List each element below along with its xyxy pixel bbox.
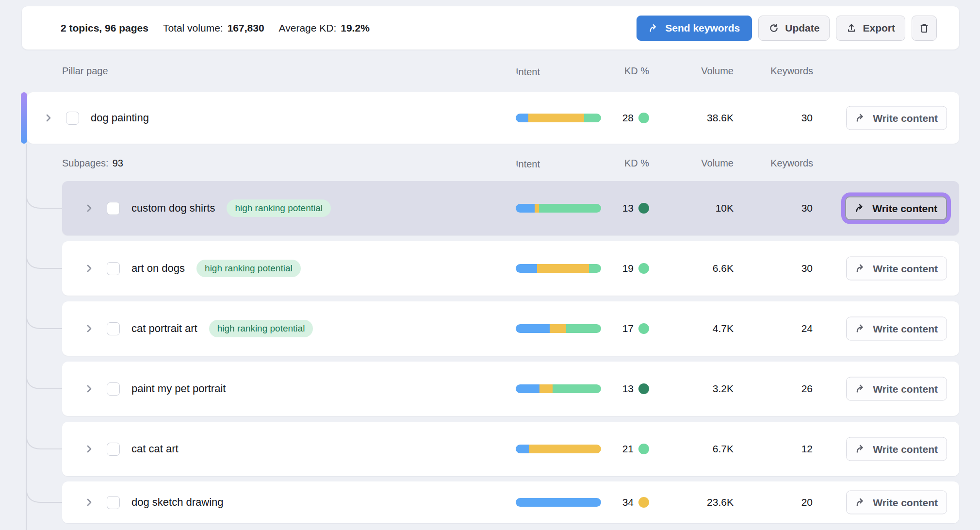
send-keywords-label: Send keywords <box>665 22 740 34</box>
kd-cell: 21 <box>622 443 649 455</box>
subpage-row[interactable]: cat cat art216.7K12Write content <box>62 422 959 476</box>
page-title: custom dog shirts <box>131 202 215 215</box>
kd-difficulty-dot <box>638 263 649 274</box>
average-kd-stat: Average KD: 19.2% <box>279 22 370 34</box>
subpage-row[interactable]: custom dog shirtshigh ranking potential1… <box>62 181 959 235</box>
write-content-highlight-ring: Write content <box>841 193 951 224</box>
write-content-wrap: Write content <box>846 491 947 514</box>
expand-chevron-icon[interactable] <box>43 112 54 124</box>
write-content-button[interactable]: Write content <box>846 377 947 401</box>
write-content-label: Write content <box>873 383 938 395</box>
row-left-group: dog sketch drawing <box>83 481 224 523</box>
write-content-label: Write content <box>873 263 938 274</box>
write-content-wrap: Write content <box>846 377 947 401</box>
write-content-label: Write content <box>873 323 938 334</box>
keywords-value: 20 <box>801 497 813 508</box>
subpage-row[interactable]: dog sketch drawing3423.6K20Write content <box>62 481 959 523</box>
row-left-group: paint my pet portrait <box>83 362 226 416</box>
write-content-button[interactable]: Write content <box>845 197 947 220</box>
column-intent: Intent <box>516 66 601 75</box>
row-checkbox[interactable] <box>107 443 120 456</box>
row-checkbox[interactable] <box>107 496 120 509</box>
keywords-value: 30 <box>801 112 813 124</box>
redo-arrow-icon <box>855 497 866 508</box>
high-ranking-potential-badge: high ranking potential <box>209 320 313 337</box>
column-kd: KD % <box>624 66 649 77</box>
column-keywords: Keywords <box>770 66 813 77</box>
pillar-page-row[interactable]: dog painting2838.6K30Write content <box>27 92 959 144</box>
kd-cell: 13 <box>622 202 649 214</box>
column-volume: Volume <box>701 158 734 169</box>
row-checkbox[interactable] <box>107 322 120 335</box>
write-content-wrap: Write content <box>846 317 947 341</box>
high-ranking-potential-badge: high ranking potential <box>196 260 301 277</box>
keywords-value: 26 <box>801 383 813 395</box>
intent-segment-blue <box>516 264 537 273</box>
write-content-button[interactable]: Write content <box>846 437 947 461</box>
refresh-icon <box>768 23 779 33</box>
intent-segment-blue <box>516 498 601 507</box>
intent-bar <box>516 384 601 393</box>
intent-bar <box>516 445 601 453</box>
write-content-button[interactable]: Write content <box>846 106 947 130</box>
page-title: paint my pet portrait <box>131 382 226 395</box>
row-checkbox[interactable] <box>107 202 120 215</box>
column-keywords: Keywords <box>770 158 813 169</box>
intent-segment-green <box>553 384 601 393</box>
subpage-row[interactable]: paint my pet portrait133.2K26Write conte… <box>62 362 959 416</box>
page-title: cat portrait art <box>131 322 197 335</box>
write-content-label: Write content <box>873 443 938 455</box>
column-kd: KD % <box>624 158 649 169</box>
export-button[interactable]: Export <box>836 16 905 41</box>
write-content-wrap: Write content <box>846 106 947 130</box>
expand-chevron-icon[interactable] <box>83 443 95 455</box>
kd-difficulty-dot <box>638 497 649 508</box>
expand-chevron-icon[interactable] <box>83 383 95 395</box>
write-content-button[interactable]: Write content <box>846 317 947 341</box>
kd-cell: 17 <box>622 323 649 334</box>
expand-chevron-icon[interactable] <box>83 263 95 274</box>
delete-button[interactable] <box>912 16 937 41</box>
keywords-value: 30 <box>801 202 813 214</box>
pillar-accent-bar <box>21 92 27 144</box>
redo-arrow-icon <box>855 113 866 124</box>
expand-chevron-icon[interactable] <box>83 497 95 508</box>
intent-segment-green <box>539 204 601 213</box>
toolbar-actions: Send keywords Update Export <box>637 16 937 41</box>
redo-arrow-icon <box>649 23 659 33</box>
page-title: art on dogs <box>131 262 185 275</box>
row-left-group: cat portrait arthigh ranking potential <box>83 301 313 356</box>
redo-arrow-icon <box>855 323 866 334</box>
intent-bar <box>516 264 601 273</box>
expand-chevron-icon[interactable] <box>83 323 95 334</box>
column-intent: Intent <box>516 159 601 167</box>
row-checkbox[interactable] <box>107 382 120 396</box>
subpage-row[interactable]: cat portrait arthigh ranking potential17… <box>62 301 959 356</box>
volume-value: 10K <box>716 202 734 214</box>
column-pillar-page: Pillar page <box>62 66 108 77</box>
intent-segment-green <box>589 264 601 273</box>
keyword-strategy-builder-page: 2 topics, 96 pages Total volume: 167,830… <box>0 0 980 530</box>
summary-toolbar: 2 topics, 96 pages Total volume: 167,830… <box>22 6 959 50</box>
total-volume-stat: Total volume: 167,830 <box>163 22 264 34</box>
row-checkbox[interactable] <box>66 112 79 125</box>
subpages-count: Subpages: 93 <box>62 158 123 169</box>
write-content-label: Write content <box>873 497 938 508</box>
send-keywords-button[interactable]: Send keywords <box>637 16 752 41</box>
intent-segment-blue <box>516 324 550 333</box>
write-content-button[interactable]: Write content <box>846 257 947 281</box>
upload-icon <box>846 23 857 33</box>
intent-bar <box>516 324 601 333</box>
update-button[interactable]: Update <box>758 16 830 41</box>
subpage-row[interactable]: art on dogshigh ranking potential196.6K3… <box>62 241 959 296</box>
kd-difficulty-dot <box>638 113 649 123</box>
row-checkbox[interactable] <box>107 262 120 275</box>
expand-chevron-icon[interactable] <box>83 202 95 214</box>
write-content-button[interactable]: Write content <box>846 491 947 514</box>
page-title: dog sketch drawing <box>131 496 224 509</box>
intent-segment-yellow <box>529 445 601 453</box>
redo-arrow-icon <box>855 383 866 395</box>
volume-value: 4.7K <box>713 323 734 334</box>
kd-cell: 28 <box>622 112 649 124</box>
subpages-header: Subpages: 93 Intent KD % Volume Keywords <box>0 151 980 175</box>
